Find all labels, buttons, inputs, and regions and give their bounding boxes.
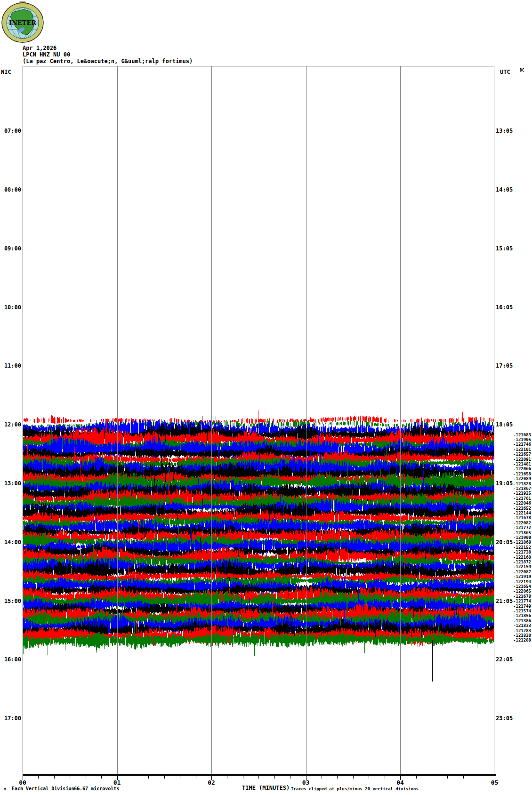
left-time-label: 10:00 bbox=[0, 305, 21, 311]
axis-tick bbox=[479, 775, 479, 779]
right-time-label: 15:05 bbox=[496, 246, 524, 252]
axis-tick bbox=[353, 775, 354, 779]
axis-tick bbox=[133, 775, 133, 779]
right-time-label: 16:05 bbox=[496, 305, 524, 311]
dc-offset-value: -122091 bbox=[511, 457, 531, 462]
helicorder-page: { "logo": { "org": "INETER" }, "header":… bbox=[0, 0, 532, 795]
dc-offset-value: -121820 bbox=[511, 633, 531, 638]
axis-tick bbox=[369, 775, 369, 779]
dc-offset-value: -121865 bbox=[511, 530, 531, 535]
axis-tick bbox=[54, 775, 55, 779]
dc-offset-value: -121386 bbox=[511, 618, 531, 623]
left-time-label: 09:00 bbox=[0, 246, 21, 252]
dc-offset-value: -121872 bbox=[511, 560, 531, 564]
scale-label: Each Vertical Division = bbox=[12, 786, 80, 791]
axis-tick bbox=[337, 775, 338, 779]
dc-offset-value: -122160 bbox=[511, 555, 531, 560]
dc-offset-value: -121761 bbox=[511, 496, 531, 501]
header-date: Apr 1,2026 bbox=[23, 45, 56, 51]
left-time-label: 08:00 bbox=[0, 187, 21, 193]
dc-offset-value: -121654 bbox=[511, 584, 531, 589]
dc-offset-value: -121481 bbox=[511, 462, 531, 466]
dc-offset-value: -121288 bbox=[511, 638, 531, 642]
dc-offset-value: -121283 bbox=[511, 628, 531, 633]
right-time-label: 17:05 bbox=[496, 363, 524, 369]
right-time-label: 13:05 bbox=[496, 128, 524, 134]
left-timezone-label: NIC bbox=[1, 69, 11, 75]
axis-tick bbox=[432, 775, 432, 779]
right-time-label: 23:05 bbox=[496, 715, 524, 722]
axis-tick bbox=[180, 775, 180, 779]
seismic-traces-canvas bbox=[23, 66, 494, 774]
axis-tick bbox=[196, 775, 196, 779]
dc-offset-value: -121856 bbox=[511, 613, 531, 618]
minute-label: 02 bbox=[204, 779, 218, 786]
clip-note: Traces clipped at plus/minus 20 vertical… bbox=[291, 787, 419, 791]
footer-prefix-glyph: M bbox=[4, 787, 6, 791]
axis-tick bbox=[447, 775, 448, 779]
dc-offset-value: -121738 bbox=[511, 550, 531, 554]
axis-tick bbox=[258, 775, 259, 779]
dc-offset-value: -122089 bbox=[511, 476, 531, 481]
right-time-label: 22:05 bbox=[496, 657, 524, 663]
dc-offset-value: -121828 bbox=[511, 482, 531, 486]
dc-offset-value: -122159 bbox=[511, 564, 531, 569]
dc-offset-value: -122144 bbox=[511, 511, 531, 515]
dc-offset-value: -121900 bbox=[511, 535, 531, 540]
dc-offset-value: -121867 bbox=[511, 486, 531, 491]
right-time-label: 18:05 bbox=[496, 422, 524, 428]
dc-offset-value: -121746 bbox=[511, 442, 531, 447]
dc-offset-value: -121833 bbox=[511, 623, 531, 628]
dc-offset-value: -121868 bbox=[511, 540, 531, 545]
minute-label: 03 bbox=[299, 779, 313, 786]
dc-offset-value: -122082 bbox=[511, 521, 531, 525]
axis-tick bbox=[463, 775, 464, 779]
minute-label: 00 bbox=[16, 779, 30, 786]
axis-tick bbox=[148, 775, 149, 779]
dc-offset-value: -122101 bbox=[511, 447, 531, 452]
dc-offset-value: -121925 bbox=[511, 491, 531, 496]
left-time-label: 14:00 bbox=[0, 539, 21, 546]
dc-offset-value: -122194 bbox=[511, 579, 531, 584]
dc-offset-value: -121658 bbox=[511, 472, 531, 476]
left-time-label: 13:00 bbox=[0, 481, 21, 487]
axis-tick bbox=[101, 775, 102, 779]
minute-label: 04 bbox=[393, 779, 407, 786]
ineter-logo: INETER bbox=[1, 1, 44, 43]
right-time-label: 14:05 bbox=[496, 187, 524, 193]
axis-tick bbox=[243, 775, 243, 779]
axis-tick bbox=[38, 775, 39, 779]
left-time-label: 07:00 bbox=[0, 128, 21, 134]
axis-tick bbox=[70, 775, 70, 779]
dc-offset-value: -121678 bbox=[511, 515, 531, 520]
left-time-label: 12:00 bbox=[0, 422, 21, 428]
dc-offset-value: -121683 bbox=[511, 433, 531, 437]
xaxis-title: TIME (MINUTES) bbox=[242, 785, 290, 791]
minute-label: 01 bbox=[110, 779, 124, 786]
minute-label: 05 bbox=[488, 779, 502, 786]
dc-offset-value: -121574 bbox=[511, 609, 531, 613]
axis-tick bbox=[274, 775, 275, 779]
scale-value: 66.67 microvolts bbox=[74, 786, 119, 791]
dc-offset-value: -121774 bbox=[511, 599, 531, 603]
axis-tick bbox=[164, 775, 165, 779]
dc-offset-value: -122065 bbox=[511, 589, 531, 594]
dc-offset-value: -121919 bbox=[511, 574, 531, 579]
dc-offset-value: -121772 bbox=[511, 525, 531, 530]
dc-offset-value: -122066 bbox=[511, 466, 531, 471]
left-time-label: 15:00 bbox=[0, 598, 21, 604]
dc-offset-value: -121905 bbox=[511, 437, 531, 442]
dc-offset-value: -121652 bbox=[511, 506, 531, 511]
dc-offset-value: -122152 bbox=[511, 545, 531, 550]
left-time-label: 17:00 bbox=[0, 715, 21, 722]
x-axis-line bbox=[23, 774, 496, 776]
axis-tick bbox=[86, 775, 86, 779]
dc-offset-value: -122087 bbox=[511, 570, 531, 574]
right-timezone-label: UTC bbox=[500, 69, 510, 75]
axis-tick bbox=[227, 775, 227, 779]
header-station: LPCN HNZ NU 00 bbox=[23, 51, 70, 58]
left-time-label: 11:00 bbox=[0, 363, 21, 369]
dc-offset-value: -121657 bbox=[511, 452, 531, 457]
header-station-description: (La paz Centro, Le&oacute;n, G&uuml;ralp… bbox=[23, 58, 193, 64]
axis-tick bbox=[322, 775, 322, 779]
